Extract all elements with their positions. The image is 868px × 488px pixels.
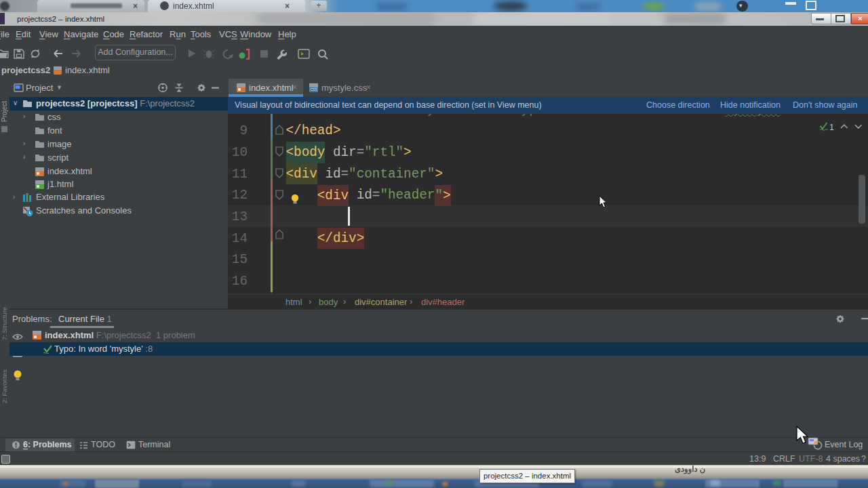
svg-text:CSS: CSS bbox=[311, 88, 317, 92]
svg-text:1: 1 bbox=[829, 123, 834, 132]
